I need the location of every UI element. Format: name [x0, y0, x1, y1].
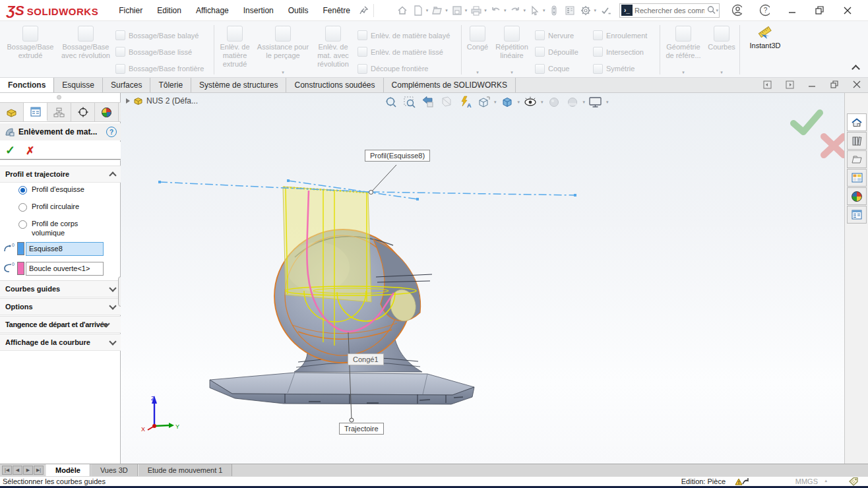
- mirror-button[interactable]: Symétrie: [590, 61, 658, 77]
- swept-cut-button[interactable]: Enlèv. de matière balayé: [354, 27, 460, 44]
- property-manager-tab[interactable]: [24, 103, 47, 121]
- open-document-icon[interactable]: [430, 3, 445, 18]
- extruded-cut-button[interactable]: Enlèv. de matière extrudé: [216, 22, 254, 77]
- panel-drag-handle[interactable]: [57, 95, 61, 100]
- edit-appearance-icon[interactable]: [546, 94, 562, 110]
- trajectory-curve[interactable]: [307, 191, 394, 332]
- tab-tolerie[interactable]: Tôlerie: [150, 78, 191, 92]
- print-icon[interactable]: [469, 3, 483, 18]
- callout-profile[interactable]: Profil(Esquisse8): [365, 150, 430, 162]
- configuration-manager-tab[interactable]: [47, 103, 71, 121]
- hole-wizard-button[interactable]: Assistance pour le perçage ▾: [254, 22, 312, 77]
- callout-fillet[interactable]: Congé1: [348, 353, 384, 365]
- intersect-button[interactable]: Intersection: [590, 44, 658, 60]
- group-curvature-display[interactable]: Affichage de la courbure: [0, 334, 121, 351]
- menu-outils[interactable]: Outils: [282, 3, 315, 18]
- cancel-button[interactable]: ✗: [26, 144, 34, 157]
- scroll-prev-icon[interactable]: ◀: [13, 466, 22, 475]
- radio-button[interactable]: [18, 203, 27, 212]
- home-tab-button[interactable]: [847, 113, 867, 131]
- menu-insertion[interactable]: Insertion: [237, 3, 280, 18]
- reference-geometry-button[interactable]: Géométrie de référe... ▾: [662, 22, 705, 77]
- path-input[interactable]: [26, 262, 104, 276]
- apply-scene-icon[interactable]: [565, 94, 580, 110]
- scroll-next-icon[interactable]: ▶: [23, 466, 33, 475]
- feature-manager-tab[interactable]: [0, 103, 24, 121]
- construction-lines[interactable]: [158, 179, 576, 200]
- previous-view-icon[interactable]: [420, 94, 436, 110]
- scroll-last-icon[interactable]: ▶|: [34, 466, 44, 475]
- restore-button[interactable]: [815, 5, 825, 16]
- extruded-boss-button[interactable]: Bossage/Base extrudé: [1, 22, 59, 77]
- task-list-icon[interactable]: [563, 3, 577, 18]
- dimxpert-manager-tab[interactable]: [71, 103, 95, 121]
- display-style-icon[interactable]: [499, 94, 515, 110]
- radio-circular-profile[interactable]: Profil circulaire: [18, 202, 117, 212]
- panel-help-icon[interactable]: ?: [106, 127, 117, 137]
- tab-surfaces[interactable]: Surfaces: [103, 78, 150, 92]
- shell-button[interactable]: Coque: [532, 61, 590, 77]
- callout-trajectory[interactable]: Trajectoire: [339, 423, 384, 435]
- curves-button[interactable]: Courbes ▾: [705, 22, 738, 77]
- menu-affichage[interactable]: Affichage: [190, 3, 235, 18]
- linear-pattern-button[interactable]: Répétition linéaire ▾: [492, 22, 532, 77]
- custom-properties-button[interactable]: [847, 206, 867, 224]
- zoom-to-area-icon[interactable]: [402, 94, 418, 110]
- tab-complements[interactable]: Compléments de SOLIDWORKS: [384, 78, 516, 92]
- tab-systeme-structures[interactable]: Système de structures: [191, 78, 286, 92]
- instant3d-button[interactable]: Instant3D: [741, 22, 789, 77]
- settings-gear-icon[interactable]: [578, 3, 593, 18]
- units-label[interactable]: MMGS: [795, 477, 818, 485]
- radio-sketch-profile[interactable]: Profil d'esquisse: [18, 185, 117, 195]
- sketch-curves[interactable]: [286, 188, 416, 346]
- command-search[interactable]: ›_ ▾: [619, 3, 720, 18]
- tab-modele[interactable]: Modèle: [46, 464, 90, 476]
- minimize-button[interactable]: [787, 5, 797, 16]
- hide-show-items-icon[interactable]: [522, 94, 538, 110]
- home-icon[interactable]: [395, 3, 410, 18]
- save-icon[interactable]: [450, 3, 464, 18]
- lofted-cut-button[interactable]: Enlèv. de matière lissé: [354, 44, 460, 60]
- boundary-boss-button[interactable]: Bossage/Base frontière: [112, 61, 212, 77]
- graphics-viewport[interactable]: NUS 2 (Défa... A ▾ ▾ ▾ ▾ ▾: [121, 93, 844, 464]
- help-icon[interactable]: ?: [759, 5, 770, 16]
- new-document-icon[interactable]: [411, 3, 425, 18]
- scroll-first-icon[interactable]: |◀: [2, 466, 12, 475]
- lofted-boss-button[interactable]: Bossage/Base lissé: [112, 44, 212, 60]
- doc-close-button[interactable]: [852, 80, 861, 89]
- display-manager-tab[interactable]: [95, 103, 119, 121]
- pane-right-icon[interactable]: [785, 80, 794, 89]
- search-icon[interactable]: [706, 5, 716, 15]
- tab-vues-3d[interactable]: Vues 3D: [90, 464, 138, 476]
- section-view-icon[interactable]: [439, 94, 454, 110]
- redo-icon[interactable]: [508, 3, 522, 18]
- wrap-button[interactable]: Enroulement: [590, 27, 658, 44]
- pane-left-icon[interactable]: [762, 80, 772, 89]
- close-button[interactable]: [842, 5, 853, 16]
- tab-constructions-soudees[interactable]: Constructions soudées: [286, 78, 383, 92]
- ribbon-collapse-chevron[interactable]: [852, 65, 860, 73]
- design-library-button[interactable]: [847, 132, 867, 150]
- boundary-cut-button[interactable]: Découpe frontière: [354, 61, 460, 77]
- appearances-button[interactable]: [847, 187, 867, 205]
- group-guide-curves[interactable]: Courbes guides: [0, 280, 121, 297]
- group-tangency[interactable]: Tangence de départ et d'arrivée: [0, 316, 121, 333]
- menu-fichier[interactable]: Fichier: [113, 3, 148, 18]
- menu-fenetre[interactable]: Fenêtre: [317, 3, 356, 18]
- ok-button[interactable]: ✓: [5, 143, 15, 158]
- rib-button[interactable]: Nervure: [532, 27, 590, 44]
- hide-show-annotations-icon[interactable]: A: [457, 94, 473, 110]
- confirmation-corner[interactable]: [793, 113, 844, 155]
- draft-button[interactable]: Dépouille: [532, 44, 590, 60]
- group-profile-path[interactable]: Profil et trajectoire: [0, 166, 121, 183]
- view-settings-icon[interactable]: [588, 94, 604, 110]
- search-caret[interactable]: ▾: [716, 8, 718, 13]
- revolved-cut-button[interactable]: Enlèv. de mat. avec révolution: [312, 22, 354, 77]
- doc-restore-button[interactable]: [830, 80, 839, 89]
- tab-fonctions[interactable]: Fonctions: [0, 78, 54, 92]
- selection-filter-icon[interactable]: [547, 3, 561, 18]
- flyout-arrow-icon[interactable]: [126, 98, 130, 104]
- pin-menu-icon[interactable]: [359, 5, 369, 16]
- units-caret-icon[interactable]: ▴: [824, 478, 827, 483]
- radio-solid-profile[interactable]: Profil de corps volumique: [18, 220, 104, 238]
